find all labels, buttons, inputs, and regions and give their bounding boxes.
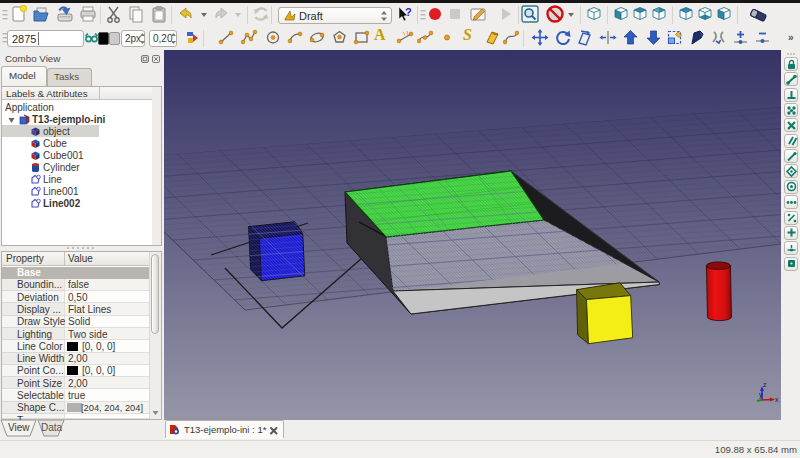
svg-text:z: z <box>763 381 767 388</box>
svg-text:y: y <box>759 391 763 399</box>
svg-text:x: x <box>775 396 779 403</box>
svg-text:?: ? <box>405 6 412 18</box>
